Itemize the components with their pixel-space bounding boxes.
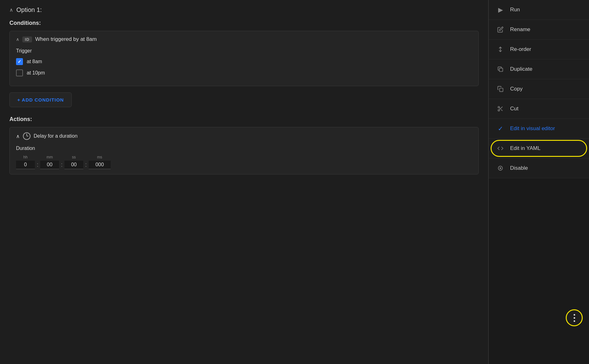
add-condition-label: + ADD CONDITION xyxy=(17,97,64,102)
svg-point-3 xyxy=(498,107,500,108)
menu-item-edit-yaml[interactable]: Edit in YAML xyxy=(489,139,589,158)
disable-icon xyxy=(496,164,504,172)
condition-card: ∧ ID When triggered by at 8am Trigger at… xyxy=(9,31,479,86)
three-dot-button[interactable] xyxy=(566,309,583,326)
duration-ss: ss xyxy=(64,155,83,169)
context-menu: ▶ Run Rename xyxy=(489,0,589,178)
collapse-icon[interactable]: ∧ xyxy=(9,7,13,13)
menu-item-run[interactable]: ▶ Run xyxy=(489,0,589,20)
option-title: Option 1: xyxy=(16,6,42,14)
actions-section: Actions: ∧ Delay for a duration Duration… xyxy=(9,116,479,174)
edit-visual-label: Edit in visual editor xyxy=(510,125,555,132)
right-panel: ▶ Run Rename xyxy=(488,0,589,364)
checkbox-row-2: at 10pm xyxy=(16,69,472,76)
actions-label: Actions: xyxy=(9,116,479,123)
menu-item-edit-visual[interactable]: ✓ Edit in visual editor xyxy=(489,119,589,139)
menu-item-rename[interactable]: Rename xyxy=(489,20,589,40)
menu-item-duplicate[interactable]: Duplicate xyxy=(489,59,589,79)
checkbox-at-10pm[interactable] xyxy=(16,69,23,76)
condition-collapse-icon[interactable]: ∧ xyxy=(16,37,19,42)
svg-point-9 xyxy=(500,168,501,169)
dot-3 xyxy=(574,320,575,322)
cut-icon xyxy=(496,105,504,113)
checkbox-row-1: at 8am xyxy=(16,58,472,65)
conditions-label: Conditions: xyxy=(9,20,479,26)
disable-label: Disable xyxy=(510,165,528,171)
reorder-label: Re-order xyxy=(510,46,531,52)
copy-icon xyxy=(496,85,504,93)
action-card-header: ∧ Delay for a duration xyxy=(16,132,472,140)
run-label: Run xyxy=(510,7,520,13)
three-dot-inner xyxy=(574,314,575,322)
id-badge: ID xyxy=(22,36,32,42)
dot-2 xyxy=(574,317,575,319)
menu-item-disable[interactable]: Disable xyxy=(489,158,589,178)
mm-unit: mm xyxy=(47,155,53,159)
sep-1: : xyxy=(36,162,39,168)
duration-label: Duration xyxy=(16,146,472,151)
edit-yaml-label: Edit in YAML xyxy=(510,145,541,152)
ms-unit: ms xyxy=(97,155,102,159)
timer-icon xyxy=(23,132,30,140)
rename-icon xyxy=(496,25,504,34)
action-collapse-icon[interactable]: ∧ xyxy=(16,133,20,139)
trigger-label: Trigger xyxy=(16,48,472,54)
left-panel: ∧ Option 1: Conditions: ∧ ID When trigge… xyxy=(0,0,488,364)
mm-input[interactable] xyxy=(40,161,59,169)
duplicate-icon xyxy=(496,65,504,73)
condition-title: When triggered by at 8am xyxy=(35,36,97,42)
option-header: ∧ Option 1: xyxy=(9,6,479,14)
hh-input[interactable] xyxy=(16,161,35,169)
duration-mm: mm xyxy=(40,155,59,169)
checkbox-label-10pm: at 10pm xyxy=(27,70,45,76)
ss-unit: ss xyxy=(72,155,76,159)
sep-3: : xyxy=(85,162,87,168)
svg-line-7 xyxy=(499,108,500,109)
ms-input[interactable] xyxy=(89,161,111,169)
svg-point-4 xyxy=(498,110,500,111)
duration-inputs: hh : mm : ss : ms xyxy=(16,155,472,169)
checkbox-label-8am: at 8am xyxy=(27,59,42,64)
cut-label: Cut xyxy=(510,106,518,112)
duplicate-label: Duplicate xyxy=(510,66,532,72)
action-title: Delay for a duration xyxy=(34,133,78,139)
svg-line-6 xyxy=(501,109,503,111)
condition-card-header: ∧ ID When triggered by at 8am xyxy=(16,36,472,42)
checkmark-icon: ✓ xyxy=(496,124,504,133)
svg-rect-2 xyxy=(500,88,503,92)
yaml-icon xyxy=(496,144,504,152)
svg-rect-1 xyxy=(499,68,503,72)
run-icon: ▶ xyxy=(496,6,504,14)
rename-label: Rename xyxy=(510,26,530,33)
hh-unit: hh xyxy=(23,155,27,159)
checkbox-at-8am[interactable] xyxy=(16,58,23,65)
duration-hh: hh xyxy=(16,155,35,169)
ss-input[interactable] xyxy=(64,161,83,169)
menu-item-cut[interactable]: Cut xyxy=(489,99,589,119)
copy-label: Copy xyxy=(510,86,523,92)
menu-item-copy[interactable]: Copy xyxy=(489,79,589,99)
sep-2: : xyxy=(60,162,63,168)
menu-item-reorder[interactable]: Re-order xyxy=(489,40,589,59)
main-layout: ∧ Option 1: Conditions: ∧ ID When trigge… xyxy=(0,0,589,364)
add-condition-button[interactable]: + ADD CONDITION xyxy=(9,92,72,107)
dot-1 xyxy=(574,314,575,316)
reorder-icon xyxy=(496,45,504,53)
action-card: ∧ Delay for a duration Duration hh : mm xyxy=(9,127,479,174)
duration-ms: ms xyxy=(89,155,111,169)
